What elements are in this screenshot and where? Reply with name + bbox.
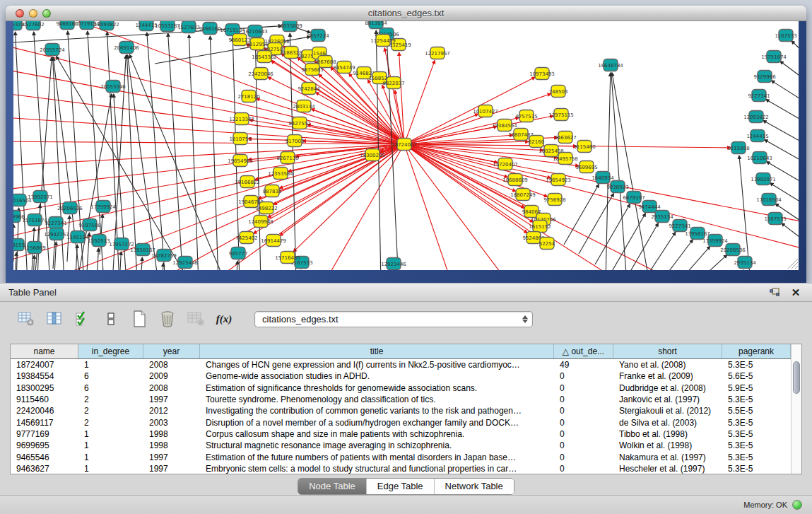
table-cell[interactable]: 5.9E-5 (722, 382, 791, 394)
table-cell[interactable]: 5.5E-5 (722, 405, 791, 416)
graph-node-yellow[interactable]: 12353584 (268, 168, 293, 180)
graph-node-teal[interactable]: 9466160 (199, 23, 220, 35)
table-row[interactable]: 977716911998Corpus callosum shape and si… (11, 428, 791, 440)
table-row[interactable]: 1456911722003Disruption of a novel membe… (11, 416, 791, 428)
graph-node-teal[interactable]: 9329966 (753, 71, 776, 83)
graph-node-yellow[interactable]: 52254 (539, 238, 555, 250)
graph-node-teal[interactable]: 16648784 (598, 59, 623, 71)
table-row[interactable]: 911546021997Tourette syndrome. Phenomeno… (11, 394, 791, 405)
table-cell[interactable]: 1998 (143, 440, 200, 451)
window-titlebar[interactable]: citations_edges.txt (6, 6, 806, 21)
row-stack-icon[interactable] (102, 310, 120, 327)
table-cell[interactable]: Franke et al. (2009) (613, 370, 722, 382)
table-cell[interactable]: Embryonic stem cells: a model to study s… (200, 463, 554, 474)
graph-node-teal[interactable]: 13992071 (751, 173, 776, 185)
graph-node-teal[interactable]: 945777 (229, 247, 248, 259)
table-cell[interactable]: Nakamura et al. (1997) (613, 451, 722, 462)
table-cell[interactable]: Structural magnetic resonance image aver… (200, 440, 554, 451)
table-cell[interactable]: 1997 (143, 394, 200, 405)
table-cell[interactable]: Tourette syndrome. Phenomenology and cla… (200, 394, 554, 405)
graph-node-yellow[interactable]: 8267130 (276, 152, 298, 164)
table-cell[interactable]: 9115460 (11, 394, 78, 405)
table-cell[interactable]: Changes of HCN gene expression and I(f) … (200, 359, 554, 370)
graph-node-teal[interactable]: 16033809 (277, 21, 302, 32)
table-cell[interactable]: Jankovic et al. (1997) (613, 394, 722, 405)
table-cell[interactable]: 2 (78, 416, 143, 428)
table-cell[interactable]: 1997 (143, 451, 200, 462)
graph-node-teal[interactable]: 1167533 (775, 30, 796, 42)
table-cell[interactable]: 1 (78, 359, 143, 370)
table-cell[interactable]: Disruption of a novel member of a sodium… (200, 416, 554, 428)
table-cell[interactable]: 5.3E-5 (722, 359, 791, 370)
graph-node-teal[interactable]: 9227341 (45, 217, 66, 229)
column-header-out_de[interactable]: △ out_de... (554, 344, 613, 358)
table-cell[interactable]: 1 (78, 451, 143, 462)
graph-node-teal[interactable]: 7857224 (307, 30, 329, 42)
graph-node-teal[interactable]: 12942757 (44, 228, 69, 240)
select-all-checks-icon[interactable] (73, 310, 92, 327)
function-builder-icon[interactable]: f(x) (215, 310, 233, 327)
table-cell[interactable]: 6 (78, 370, 143, 382)
table-cell[interactable]: 18300295 (11, 382, 78, 394)
graph-node-teal[interactable]: 17359924 (90, 201, 116, 213)
tab-node-table[interactable]: Node Table (298, 479, 366, 494)
graph-node-teal[interactable]: 20691406 (114, 42, 139, 54)
column-header-in_degree[interactable]: in_degree (78, 344, 143, 358)
graph-node-teal[interactable]: 20206536 (720, 244, 746, 256)
graph-node-yellow[interactable]: 62160 (529, 136, 544, 148)
delete-trash-icon[interactable] (158, 310, 177, 327)
show-columns-icon[interactable] (45, 310, 64, 327)
graph-node-teal[interactable]: 9938923 (606, 181, 628, 193)
table-cell[interactable]: 19384554 (11, 370, 78, 382)
memory-status-indicator[interactable] (792, 500, 802, 510)
table-row[interactable]: 969969511998Structural magnetic resonanc… (11, 440, 791, 451)
graph-node-yellow[interactable]: 887833 (263, 185, 282, 197)
graph-node-teal[interactable]: 20355724 (40, 44, 65, 56)
table-selector-dropdown[interactable]: citations_edges.txt (254, 311, 533, 327)
table-cell[interactable]: 0 (554, 428, 613, 440)
table-mode-icon[interactable] (17, 310, 35, 327)
tab-edge-table[interactable]: Edge Table (366, 479, 434, 494)
scrollbar-thumb[interactable] (793, 361, 800, 394)
graph-node-teal[interactable]: 39159 (13, 239, 25, 251)
graph-node-teal[interactable]: 1527602 (22, 21, 44, 30)
table-row[interactable]: 1830029562008Estimation of significance … (11, 382, 791, 394)
graph-node-yellow[interactable]: 9115460 (573, 141, 595, 153)
graph-node-yellow[interactable]: 18807249 (510, 189, 536, 201)
graph-node-yellow[interactable]: 917003 (286, 135, 305, 147)
table-row[interactable]: 946554611997Estimation of the future num… (11, 451, 791, 462)
table-cell[interactable]: 0 (554, 416, 613, 428)
table-cell[interactable]: 0 (554, 394, 613, 405)
table-cell[interactable]: 2 (78, 405, 143, 416)
table-cell[interactable]: Tibbo et al. (1998) (613, 428, 722, 440)
table-cell[interactable]: Genome-wide association studies in ADHD. (200, 370, 554, 382)
table-cell[interactable]: 5.3E-5 (722, 394, 791, 405)
graph-node-teal[interactable]: 10553287 (155, 21, 180, 32)
table-cell[interactable]: 9465546 (11, 451, 78, 462)
table-cell[interactable]: 0 (554, 370, 613, 382)
close-panel-icon[interactable]: ✕ (788, 286, 804, 299)
graph-node-yellow[interactable]: 9463627 (554, 132, 576, 144)
graph-node-teal[interactable]: 2935134 (734, 257, 756, 269)
column-header-title[interactable]: title (200, 344, 554, 358)
graph-node-teal[interactable]: 1145194 (66, 231, 89, 243)
graph-node-yellow[interactable]: 12409948 (248, 216, 273, 228)
table-cell[interactable]: Corpus callosum shape and size in male p… (200, 428, 554, 440)
graph-node-teal[interactable]: 17016504 (756, 194, 782, 206)
table-vertical-scrollbar[interactable] (791, 344, 801, 474)
graph-node-yellow[interactable]: 8757515 (515, 110, 537, 122)
table-cell[interactable]: 5.3E-5 (722, 463, 791, 474)
graph-node-teal[interactable]: 15751874 (761, 51, 787, 63)
graph-node-teal[interactable]: 9227341 (669, 220, 690, 232)
table-cell[interactable]: 1 (78, 463, 143, 474)
graph-node-teal[interactable]: 1167533 (764, 213, 786, 225)
graph-node-yellow[interactable]: 9699695 (575, 161, 597, 173)
graph-node-yellow[interactable]: 9756928 (543, 194, 565, 206)
table-cell[interactable]: 1 (78, 428, 143, 440)
graph-node-teal[interactable]: 12923446 (381, 258, 406, 270)
table-cell[interactable]: 9463627 (11, 463, 78, 474)
zoom-window-button[interactable] (42, 9, 51, 18)
table-cell[interactable]: 14569117 (11, 416, 78, 428)
table-cell[interactable]: Dudbridge et al. (2008) (613, 382, 722, 394)
table-cell[interactable]: 2008 (143, 382, 200, 394)
